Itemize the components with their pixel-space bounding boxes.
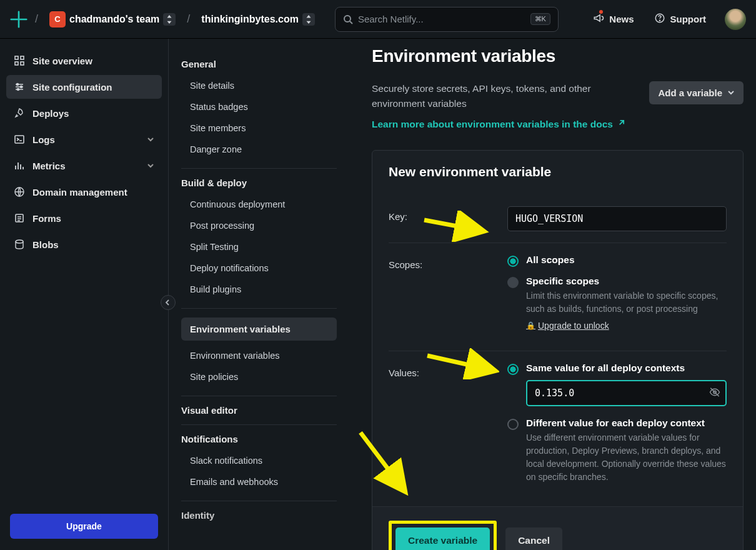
subnav-group-visual[interactable]: Visual editor	[181, 405, 337, 416]
checklist-icon	[14, 212, 25, 224]
megaphone-icon	[593, 12, 604, 26]
radio-specific-scopes	[507, 277, 519, 288]
new-env-var-card: New environment variable Key: Scopes:	[372, 150, 744, 550]
subnav-split-testing[interactable]: Split Testing	[181, 237, 337, 257]
help-icon	[654, 12, 665, 26]
radio-specific-scopes-label: Specific scopes	[526, 276, 727, 287]
subnav-group-notifications[interactable]: Notifications	[181, 434, 337, 444]
subnav-build-plugins[interactable]: Build plugins	[181, 279, 337, 299]
search-input[interactable]	[358, 14, 530, 24]
radio-specific-scopes-desc: Limit this environment variable to speci…	[526, 289, 727, 316]
nav-item-label: Site overview	[32, 56, 92, 66]
collapse-sidebar-button[interactable]	[161, 295, 176, 310]
create-variable-button[interactable]: Create variable	[395, 528, 490, 550]
nav-item-label: Logs	[32, 134, 55, 145]
upgrade-to-unlock-link[interactable]: 🔒 Upgrade to unlock	[526, 321, 609, 331]
subnav-slack[interactable]: Slack notifications	[181, 451, 337, 471]
add-variable-button[interactable]: Add a variable	[649, 81, 744, 104]
upgrade-button[interactable]: Upgrade	[10, 514, 158, 539]
nav-forms[interactable]: Forms	[6, 206, 162, 230]
radio-all-scopes[interactable]	[507, 256, 519, 267]
radio-different-value[interactable]	[507, 419, 519, 430]
global-search[interactable]: ⌘K	[335, 7, 559, 32]
radio-same-value[interactable]	[507, 364, 519, 375]
subnav-deploy-notifications[interactable]: Deploy notifications	[181, 258, 337, 278]
subnav-group-identity[interactable]: Identity	[181, 510, 337, 521]
news-link[interactable]: News	[585, 9, 641, 29]
search-shortcut-hint: ⌘K	[530, 13, 550, 25]
breadcrumb-team[interactable]: C chadmando's team	[46, 9, 179, 30]
add-variable-label: Add a variable	[658, 88, 722, 98]
grid-icon	[14, 55, 25, 66]
lock-icon: 🔒	[526, 321, 535, 330]
page-title: Environment variables	[372, 46, 744, 66]
subnav-site-members[interactable]: Site members	[181, 118, 337, 138]
sliders-icon	[14, 81, 25, 92]
nav-item-label: Domain management	[32, 187, 127, 198]
nav-deploys[interactable]: Deploys	[6, 101, 162, 125]
nav-item-label: Metrics	[32, 161, 66, 171]
subnav-post-processing[interactable]: Post processing	[181, 216, 337, 236]
team-avatar-icon: C	[49, 11, 66, 28]
nav-domain-management[interactable]: Domain management	[6, 180, 162, 204]
nav-blobs[interactable]: Blobs	[6, 232, 162, 256]
breadcrumb-separator: /	[184, 12, 192, 26]
database-icon	[14, 239, 25, 250]
svg-point-1	[344, 16, 351, 22]
svg-point-9	[21, 86, 22, 88]
search-icon	[343, 14, 353, 24]
nav-item-label: Blobs	[32, 239, 59, 250]
nav-metrics[interactable]: Metrics	[6, 154, 162, 178]
svg-point-3	[659, 20, 660, 21]
scopes-label: Scopes:	[389, 254, 507, 270]
form-row-key: Key:	[389, 194, 727, 242]
user-avatar[interactable]	[725, 9, 746, 30]
chevron-down-icon	[147, 134, 154, 145]
nav-item-label: Site configuration	[32, 82, 112, 92]
subnav-site-details[interactable]: Site details	[181, 76, 337, 96]
sub-navigation: General Site details Status badges Site …	[169, 39, 349, 550]
news-label: News	[609, 14, 634, 24]
page-subhead: Securely store secrets, API keys, tokens…	[372, 81, 622, 111]
cancel-label: Cancel	[518, 535, 550, 546]
radio-all-scopes-label: All scopes	[526, 254, 727, 266]
learn-more-link[interactable]: Learn more about environment variables i…	[372, 119, 625, 130]
chevron-down-icon	[147, 161, 154, 171]
breadcrumb-site[interactable]: thinkinginbytes.com	[197, 11, 319, 28]
radio-different-value-label: Different value for each deploy context	[526, 418, 727, 429]
upgrade-label: Upgrade	[66, 521, 102, 531]
value-input[interactable]	[526, 380, 727, 406]
nav-site-configuration[interactable]: Site configuration	[6, 75, 162, 99]
leftnav: Site overview Site configuration Deploys…	[0, 39, 169, 550]
support-label: Support	[670, 14, 707, 24]
site-switcher-icon[interactable]	[302, 13, 315, 26]
nav-site-overview[interactable]: Site overview	[6, 49, 162, 72]
key-input[interactable]	[507, 206, 727, 231]
bar-chart-icon	[14, 160, 25, 171]
subnav-continuous-deployment[interactable]: Continuous deployment	[181, 194, 337, 214]
subnav-status-badges[interactable]: Status badges	[181, 97, 337, 117]
svg-rect-0	[17, 18, 20, 21]
netlify-logo-icon[interactable]	[10, 11, 27, 28]
subnav-group-general[interactable]: General	[181, 59, 337, 69]
main-content: Environment variables Securely store sec…	[349, 39, 756, 550]
visibility-toggle-icon[interactable]	[709, 387, 720, 400]
nav-logs[interactable]: Logs	[6, 128, 162, 151]
form-row-values: Values: Same value for all deploy contex…	[389, 351, 727, 504]
radio-different-value-desc: Use different environment variable value…	[526, 431, 727, 484]
card-title: New environment variable	[389, 164, 727, 179]
svg-point-10	[17, 89, 19, 91]
cancel-button[interactable]: Cancel	[505, 528, 562, 550]
team-switcher-icon[interactable]	[163, 13, 176, 26]
subnav-site-policies[interactable]: Site policies	[181, 367, 337, 387]
support-link[interactable]: Support	[647, 9, 714, 29]
svg-point-14	[16, 240, 23, 243]
subnav-emails-webhooks[interactable]: Emails and webhooks	[181, 472, 337, 492]
breadcrumb-separator: /	[32, 12, 41, 26]
subnav-danger-zone[interactable]: Danger zone	[181, 139, 337, 159]
subnav-group-build[interactable]: Build & deploy	[181, 178, 337, 188]
rocket-icon	[14, 108, 25, 119]
subnav-env-vars[interactable]: Environment variables	[181, 346, 337, 366]
subnav-group-env[interactable]: Environment variables	[181, 318, 337, 341]
svg-rect-6	[15, 62, 18, 65]
